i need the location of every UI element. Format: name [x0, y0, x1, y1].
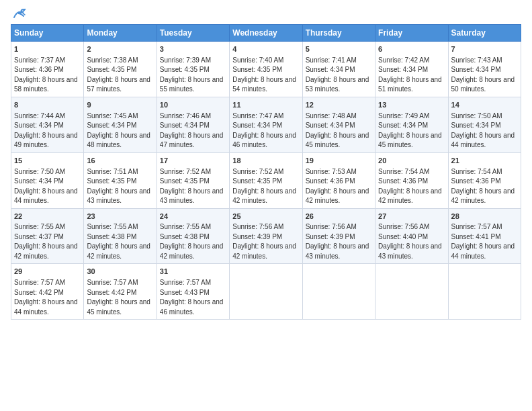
day-number: 28 [451, 212, 518, 222]
daylight: Daylight: 8 hours and 45 minutes. [87, 298, 150, 316]
logo-bird-icon [13, 8, 28, 20]
calendar-cell: 5Sunrise: 7:41 AMSunset: 4:34 PMDaylight… [302, 42, 375, 97]
daylight: Daylight: 8 hours and 48 minutes. [87, 132, 150, 149]
sunset: Sunset: 4:41 PM [451, 233, 501, 240]
calendar-cell: 25Sunrise: 7:56 AMSunset: 4:39 PMDayligh… [230, 208, 302, 264]
sunrise: Sunrise: 7:57 AM [160, 279, 211, 286]
calendar-cell: 10Sunrise: 7:46 AMSunset: 4:34 PMDayligh… [157, 97, 229, 152]
daylight: Daylight: 8 hours and 43 minutes. [378, 242, 442, 260]
calendar-cell: 19Sunrise: 7:53 AMSunset: 4:36 PMDayligh… [302, 152, 375, 208]
page: SundayMondayTuesdayWednesdayThursdayFrid… [0, 0, 532, 411]
col-header-tuesday: Tuesday [157, 25, 229, 42]
calendar-cell: 9Sunrise: 7:45 AMSunset: 4:34 PMDaylight… [84, 97, 157, 152]
calendar-cell: 11Sunrise: 7:47 AMSunset: 4:34 PMDayligh… [230, 97, 302, 152]
sunrise: Sunrise: 7:54 AM [451, 168, 502, 175]
sunset: Sunset: 4:35 PM [87, 66, 136, 73]
calendar-cell: 6Sunrise: 7:42 AMSunset: 4:34 PMDaylight… [375, 42, 448, 97]
sunrise: Sunrise: 7:56 AM [232, 223, 283, 230]
calendar-cell: 8Sunrise: 7:44 AMSunset: 4:34 PMDaylight… [11, 97, 84, 152]
calendar-cell: 22Sunrise: 7:55 AMSunset: 4:37 PMDayligh… [11, 208, 84, 264]
daylight: Daylight: 8 hours and 44 minutes. [451, 242, 515, 260]
daylight: Daylight: 8 hours and 45 minutes. [378, 132, 442, 149]
calendar-cell: 29Sunrise: 7:57 AMSunset: 4:42 PMDayligh… [11, 264, 84, 320]
sunset: Sunset: 4:35 PM [232, 66, 282, 73]
col-header-wednesday: Wednesday [230, 25, 302, 42]
day-number: 2 [87, 44, 153, 54]
sunset: Sunset: 4:34 PM [306, 66, 355, 73]
sunrise: Sunrise: 7:57 AM [87, 279, 138, 286]
sunrise: Sunrise: 7:56 AM [378, 223, 429, 230]
sunset: Sunset: 4:34 PM [87, 122, 136, 129]
daylight: Daylight: 8 hours and 53 minutes. [306, 76, 369, 93]
daylight: Daylight: 8 hours and 44 minutes. [451, 132, 515, 149]
calendar-cell: 3Sunrise: 7:39 AMSunset: 4:35 PMDaylight… [157, 42, 229, 97]
day-number: 29 [14, 267, 81, 277]
sunset: Sunset: 4:36 PM [451, 177, 501, 185]
calendar-table: SundayMondayTuesdayWednesdayThursdayFrid… [11, 24, 521, 320]
calendar-cell: 31Sunrise: 7:57 AMSunset: 4:43 PMDayligh… [157, 264, 229, 320]
calendar-cell: 17Sunrise: 7:52 AMSunset: 4:35 PMDayligh… [157, 152, 229, 208]
day-number: 8 [14, 100, 81, 110]
day-number: 10 [160, 100, 226, 110]
daylight: Daylight: 8 hours and 46 minutes. [232, 132, 296, 149]
header-row: SundayMondayTuesdayWednesdayThursdayFrid… [11, 25, 521, 42]
calendar-cell: 27Sunrise: 7:56 AMSunset: 4:40 PMDayligh… [375, 208, 448, 264]
day-number: 13 [378, 100, 445, 110]
sunrise: Sunrise: 7:39 AM [160, 56, 211, 64]
day-number: 23 [87, 212, 153, 222]
daylight: Daylight: 8 hours and 51 minutes. [378, 76, 442, 93]
daylight: Daylight: 8 hours and 46 minutes. [160, 298, 224, 316]
sunset: Sunset: 4:38 PM [87, 233, 136, 240]
daylight: Daylight: 8 hours and 57 minutes. [87, 76, 150, 93]
sunset: Sunset: 4:42 PM [87, 289, 136, 296]
day-number: 24 [160, 212, 226, 222]
calendar-cell: 21Sunrise: 7:54 AMSunset: 4:36 PMDayligh… [448, 152, 521, 208]
calendar-row-5: 29Sunrise: 7:57 AMSunset: 4:42 PMDayligh… [11, 264, 521, 320]
sunrise: Sunrise: 7:50 AM [451, 112, 502, 120]
col-header-thursday: Thursday [302, 25, 375, 42]
day-number: 18 [232, 156, 299, 166]
logo-line1 [11, 8, 28, 21]
sunset: Sunset: 4:36 PM [378, 177, 428, 185]
day-number: 5 [306, 44, 372, 54]
daylight: Daylight: 8 hours and 42 minutes. [160, 242, 224, 260]
sunset: Sunset: 4:35 PM [160, 66, 210, 73]
sunset: Sunset: 4:34 PM [160, 122, 210, 129]
day-number: 14 [451, 100, 518, 110]
sunset: Sunset: 4:37 PM [14, 233, 64, 240]
calendar-cell: 4Sunrise: 7:40 AMSunset: 4:35 PMDaylight… [230, 42, 302, 97]
sunset: Sunset: 4:34 PM [451, 122, 501, 129]
daylight: Daylight: 8 hours and 54 minutes. [232, 76, 296, 93]
daylight: Daylight: 8 hours and 43 minutes. [160, 187, 224, 205]
daylight: Daylight: 8 hours and 42 minutes. [232, 242, 296, 260]
sunrise: Sunrise: 7:37 AM [14, 56, 65, 64]
sunset: Sunset: 4:34 PM [451, 66, 501, 73]
col-header-monday: Monday [84, 25, 157, 42]
day-number: 1 [14, 44, 81, 54]
sunrise: Sunrise: 7:51 AM [87, 168, 138, 175]
sunset: Sunset: 4:39 PM [232, 233, 282, 240]
day-number: 9 [87, 100, 153, 110]
col-header-saturday: Saturday [448, 25, 521, 42]
daylight: Daylight: 8 hours and 58 minutes. [14, 76, 78, 93]
sunrise: Sunrise: 7:46 AM [160, 112, 211, 120]
daylight: Daylight: 8 hours and 42 minutes. [14, 242, 78, 260]
sunset: Sunset: 4:40 PM [378, 233, 428, 240]
sunrise: Sunrise: 7:43 AM [451, 56, 502, 64]
sunrise: Sunrise: 7:42 AM [378, 56, 429, 64]
sunset: Sunset: 4:34 PM [232, 122, 282, 129]
calendar-row-4: 22Sunrise: 7:55 AMSunset: 4:37 PMDayligh… [11, 208, 521, 264]
day-number: 7 [451, 44, 518, 54]
daylight: Daylight: 8 hours and 42 minutes. [378, 187, 442, 205]
sunrise: Sunrise: 7:55 AM [14, 223, 65, 230]
sunrise: Sunrise: 7:41 AM [306, 56, 357, 64]
day-number: 6 [378, 44, 445, 54]
calendar-cell [230, 264, 302, 320]
calendar-cell: 24Sunrise: 7:55 AMSunset: 4:38 PMDayligh… [157, 208, 229, 264]
sunset: Sunset: 4:34 PM [14, 177, 64, 185]
sunset: Sunset: 4:43 PM [160, 289, 210, 296]
daylight: Daylight: 8 hours and 44 minutes. [14, 187, 78, 205]
sunset: Sunset: 4:38 PM [160, 233, 210, 240]
sunrise: Sunrise: 7:57 AM [451, 223, 502, 230]
sunrise: Sunrise: 7:53 AM [306, 168, 357, 175]
